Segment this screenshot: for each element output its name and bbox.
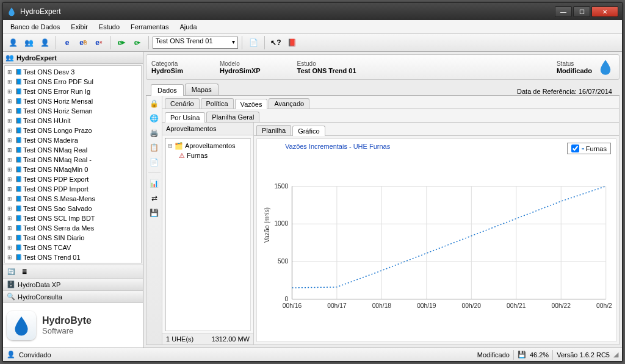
study-tree-item[interactable]: ⊞📘Test ONS Sao Salvado [6,204,140,213]
study-tree-item[interactable]: ⊞📘Test ONS Serra da Mes [6,223,140,233]
hydroconsulta-section[interactable]: 🔍 HydroConsulta [3,290,143,302]
modelo-label: Modelo [220,60,261,67]
svg-text:00h/17: 00h/17 [327,302,347,309]
resize-grip-icon[interactable]: ◢ [613,351,618,359]
aproveitamentos-status: 1 UHE(s) 1312.00 MW [162,334,253,344]
close-button[interactable]: ✕ [591,6,618,17]
tab-dados[interactable]: Dados [151,84,184,96]
brand-sub: Software [42,326,92,335]
legend-checkbox-furnas[interactable] [571,145,579,152]
tab-planilha[interactable]: Planilha [256,125,291,135]
refresh-icon[interactable]: 🔄 [5,266,16,277]
tab-politica[interactable]: Política [201,98,234,109]
tool-pointer-help-icon[interactable]: ↖? [269,35,283,50]
tree-item-furnas[interactable]: ⚠ Furnas [168,151,248,160]
status-state: Modificado [477,351,510,359]
study-tree-item[interactable]: ⊞📘Test ONS Horiz Mensal [6,96,140,106]
study-tree-item[interactable]: ⊞📘Test ONS S.Mesa-Mens [6,194,140,204]
tool-report-icon[interactable]: 📄 [246,35,261,50]
menu-ajuda[interactable]: Ajuda [175,22,201,32]
left-navigator: 👥 HydroExpert ⊞📘Test ONS Desv 3⊞📘Test ON… [3,52,143,348]
tool-e-delete-icon[interactable]: e× [92,35,106,50]
study-tree-item[interactable]: ⊞📘Test ONS NMaqMin 0 [6,165,140,174]
menu-exibir[interactable]: Exibir [66,22,93,32]
tree-item-label: Test ONS SCL Imp BDT [23,215,95,222]
tab-vazoes[interactable]: Vazões [235,99,268,109]
study-tree-item[interactable]: ⊞📘Test ONS Horiz Seman [6,106,140,116]
maximize-button[interactable]: ☐ [573,6,590,17]
tool-person-arrow-icon[interactable]: 👤 [5,35,20,50]
svg-text:0: 0 [285,296,289,302]
clipboard-icon[interactable]: 📋 [149,142,160,153]
study-tree-item[interactable]: ⊞📘Test ONS HUnit [6,116,140,126]
tool-person-group-icon[interactable]: 👤 [37,35,52,50]
tab-planilha-geral[interactable]: Planilha Geral [206,112,259,122]
tree-item-label: Test ONS S.Mesa-Mens [23,195,95,202]
tab-mapas[interactable]: Mapas [185,84,219,95]
minimize-button[interactable]: — [555,6,572,17]
status-user: Convidado [19,351,51,359]
svg-text:1500: 1500 [274,183,288,190]
study-icon: 📘 [15,176,22,183]
chart-title: Vazões Incrementais - UHE Furnas [261,143,612,150]
world-icon[interactable]: 🌐 [149,113,160,124]
y-axis-label: Vazão (m³/s) [264,207,270,243]
disk-icon: 💾 [518,351,526,359]
study-icon: 📘 [15,78,22,85]
study-selector-combo[interactable]: Test ONS Trend 01 [153,37,238,49]
tab-por-usina[interactable]: Por Usina [165,112,205,123]
study-tree-item[interactable]: ⊞📘Test ONS Trend 01 [6,252,140,262]
study-tree-item[interactable]: ⊞📘Test ONS Madeira [6,135,140,145]
chart-bar-icon[interactable]: 📊 [149,178,160,189]
study-tree-item[interactable]: ⊞📘Test ONS Desv 3 [6,67,140,77]
slider-icon[interactable]: ⇄ [149,193,160,204]
tree-item-label: Test ONS Desv 3 [23,68,74,76]
menu-banco-de-dados[interactable]: Banco de Dados [5,22,65,32]
tree-item-label: Test ONS SIN Diario [23,234,84,241]
aproveitamentos-tree[interactable]: ⊟ 🗂️ Aproveitamentos ⚠ Furnas [165,138,251,331]
study-icon: 📘 [15,137,22,144]
tool-e-blue-icon[interactable]: e [60,35,74,50]
vazoes-tabstrip: Por Usina Planilha Geral [162,109,619,123]
study-tree-item[interactable]: ⊞📘Test ONS PDP Import [6,184,140,194]
tab-avancado[interactable]: Avançado [269,98,309,109]
study-tree-item[interactable]: ⊞📘Test ONS TCAV [6,243,140,252]
navigator-header[interactable]: 👥 HydroExpert [3,52,143,64]
tree-root-aproveitamentos[interactable]: ⊟ 🗂️ Aproveitamentos [168,141,248,151]
lock-icon[interactable]: 🔒 [149,98,160,109]
save-disk-icon[interactable]: 💾 [149,207,160,218]
categoria-label: Categoria [151,60,183,67]
svg-text:00h/16: 00h/16 [283,302,302,309]
study-icon: 📘 [15,195,22,202]
tool-e-fast-icon[interactable]: e▸ [130,35,145,50]
tool-person-edit-icon[interactable]: 👥 [21,35,36,50]
study-tree-item[interactable]: ⊞📘Test ONS NMaq Real [6,145,140,155]
tool-book-help-icon[interactable]: 📕 [284,35,299,50]
tool-e-copy-icon[interactable]: e⎘ [76,35,90,50]
db-icon: 🗄️ [7,280,15,288]
menu-ferramentas[interactable]: Ferramentas [126,22,173,32]
hydrodata-section[interactable]: 🗄️ HydroData XP [3,278,143,290]
tree-item-label: Test ONS PDP Import [23,185,89,193]
study-icon: 📘 [15,224,22,232]
columns-icon[interactable]: ≣ [19,266,30,277]
menu-estudo[interactable]: Estudo [94,22,125,32]
tab-cenario[interactable]: Cenário [165,98,200,109]
study-tree-item[interactable]: ⊞📘Test ONS NMaq Real - [6,155,140,165]
execute-icon[interactable]: 📄 [149,157,160,168]
tab-grafico[interactable]: Gráfico [292,126,325,136]
printer-icon[interactable]: 🖨️ [149,127,160,138]
study-tree-item[interactable]: ⊞📘Test ONS SCL Imp BDT [6,213,140,223]
study-tree-item[interactable]: ⊞📘Test ONS SIN Diario [6,233,140,243]
study-tree[interactable]: ⊞📘Test ONS Desv 3⊞📘Test ONS Erro PDF Sul… [4,65,142,263]
toolbar: 👤 👥 👤 e e⎘ e× e▶ e▸ Test ONS Trend 01 📄 … [3,34,622,52]
study-tree-item[interactable]: ⊞📘Test ONS Erro PDF Sul [6,77,140,87]
study-tree-item[interactable]: ⊞📘Test ONS Longo Prazo [6,126,140,135]
svg-text:00h/21: 00h/21 [507,302,526,309]
chart-area: Vazões Incrementais - UHE Furnas ··· Fur… [256,138,616,342]
study-tree-item[interactable]: ⊞📘Test ONS Error Run Ig [6,87,140,96]
menubar: Banco de Dados Exibir Estudo Ferramentas… [3,20,622,34]
svg-text:00h/20: 00h/20 [462,302,482,309]
study-tree-item[interactable]: ⊞📘Test ONS PDP Export [6,174,140,184]
tool-e-play-icon[interactable]: e▶ [114,35,129,50]
